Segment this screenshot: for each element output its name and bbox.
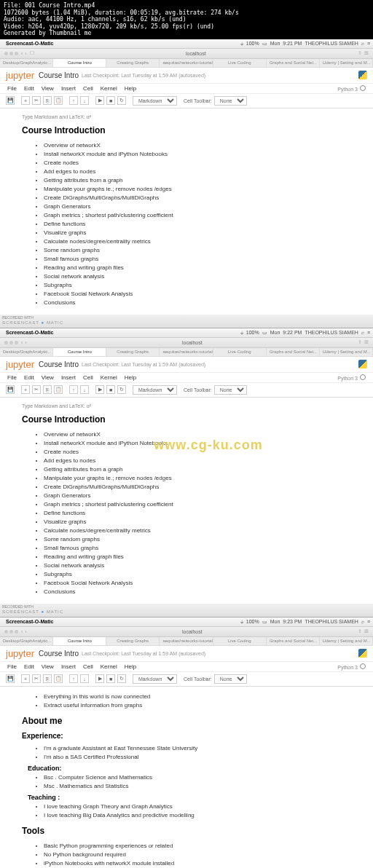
stop-button[interactable]: ■ (106, 96, 115, 105)
menu-insert[interactable]: Insert (61, 85, 76, 92)
experience-heading: Experience: (22, 732, 351, 740)
course-heading: Course Introduction (22, 125, 351, 135)
course-list: Overview of networkXInstall networkX mod… (44, 141, 351, 307)
list-item: Social network analysis (44, 561, 351, 570)
list-item: I love teaching Graph Theory and Graph A… (44, 802, 351, 811)
jupyter-logo[interactable]: jupyter (6, 70, 34, 81)
list-item: Conclusions (44, 299, 351, 307)
python-logo-icon (358, 71, 367, 79)
list-item: Visualize graphs (44, 518, 351, 526)
tab-7[interactable]: Udemy | Setting and M... (320, 59, 373, 67)
macos-menubar: Screencast-O-Matic ⏚ 100% ▭ Mon 9:21 PM … (0, 39, 373, 49)
tab-2[interactable]: Course Intro (53, 59, 106, 67)
tab-3[interactable]: Creating Graphs (106, 59, 160, 67)
list-item: I'm also a SAS Certified Professional (44, 753, 351, 762)
move-up-button[interactable]: ↑ (69, 96, 78, 105)
list-item: Subgraphs (44, 281, 351, 290)
menu-cell[interactable]: Cell (83, 85, 93, 92)
list-item: Getting attributes from a graph (44, 176, 351, 185)
forward-icon[interactable]: › (25, 51, 26, 56)
audio-info: Audio: aac, 44100 Hz, 1 channels, s16, 6… (4, 16, 369, 23)
move-down-button[interactable]: ↓ (80, 96, 89, 105)
tab-1[interactable]: Desktop/GraphAnalytic... (0, 59, 53, 67)
list-item: Calculate nodes/degree/centrality metric… (44, 526, 351, 535)
markdown-prompt: Type Markdown and LaTeX: α² (22, 114, 351, 119)
menu-kernel[interactable]: Kernel (101, 85, 117, 92)
list-item: Some random graphs (44, 535, 351, 544)
list-item: Install networkX module and iPython Note… (44, 439, 351, 448)
time: 9:21 PM (283, 41, 302, 46)
list-item: Overview of networkX (44, 430, 351, 439)
window-traffic-lights[interactable] (4, 52, 18, 55)
jupyter-header: jupyter Course Intro Last Checkpoint: La… (0, 68, 373, 84)
tab-6[interactable]: Graphs and Social Net... (267, 59, 320, 67)
jupyter-menubar: File Edit View Insert Cell Kernel Help P… (0, 84, 373, 94)
list-item: Conclusions (44, 588, 351, 596)
cut-button[interactable]: ✂ (32, 96, 41, 105)
list-item: Basic Python programming experiences or … (44, 842, 351, 851)
menu-view[interactable]: View (42, 85, 54, 92)
notebook-title[interactable]: Course Intro (39, 71, 79, 79)
list-item: Define functions (44, 509, 351, 518)
list-item: Manipulate your graphs ie.; remove nodes… (44, 474, 351, 483)
tab-4[interactable]: aequitas/networkx-tutorial (160, 59, 213, 67)
save-button[interactable]: 💾 (6, 96, 15, 105)
list-item: Graph Generators (44, 492, 351, 500)
celltoolbar-label: Cell Toolbar: (184, 98, 212, 103)
add-cell-button[interactable]: + (21, 96, 30, 105)
app-title: Screencast-O-Matic (6, 41, 240, 46)
list-item: Some random graphs (44, 246, 351, 255)
list-item: Facebook Social Network Analysis (44, 579, 351, 588)
tab-5[interactable]: Live Coding (213, 59, 267, 67)
thumbnail-3: Screencast-O-Matic⏚100%▭Mon9:23 PMTHEOPH… (0, 618, 373, 868)
share-icon[interactable]: ⇧ (358, 50, 362, 56)
battery-pct: 100% (246, 41, 259, 46)
gen-info: Generated by Thumbnail me (4, 30, 369, 37)
list-item: Small famous graphs (44, 544, 351, 553)
screencast-watermark: RECORDED WITH SCREENCAST ● MATIC (0, 315, 373, 328)
terminal-header: File: 001 Course Intro.mp4 1072600 bytes… (0, 0, 373, 39)
list-item: Install networkX module and iPython Note… (44, 150, 351, 159)
menu-file[interactable]: File (7, 85, 17, 92)
kernel-status-icon (360, 85, 366, 91)
list-item: Msc . Mathematics and Statistics (44, 782, 351, 791)
list-item: Overview of networkX (44, 141, 351, 150)
search-icon[interactable]: ⌕ (361, 41, 364, 46)
list-item: Manipulate your graphs ie.; remove nodes… (44, 185, 351, 194)
about-heading: About me (22, 716, 351, 726)
list-item: Graph Generators (44, 202, 351, 211)
tools-heading: Tools (22, 826, 351, 836)
back-icon[interactable]: ‹ (21, 51, 23, 56)
celltype-select[interactable]: Markdown (133, 96, 177, 106)
battery-icon[interactable]: ▭ (262, 41, 267, 47)
restart-button[interactable]: ↻ (117, 96, 126, 105)
list-item: Everything in this world is now connecte… (44, 693, 351, 701)
celltoolbar-select[interactable]: None (214, 96, 247, 106)
list-item: Visualize graphs (44, 229, 351, 237)
menu-help[interactable]: Help (125, 85, 136, 92)
education-heading: Education: (28, 765, 351, 772)
list-item: Graph metrics ; shortest path/clustering… (44, 500, 351, 509)
paste-button[interactable]: 📋 (54, 96, 63, 105)
list-item: Create nodes (44, 159, 351, 167)
wifi-icon[interactable]: ⏚ (240, 41, 243, 46)
list-item: Add edges to nodes (44, 457, 351, 465)
list-item: No Python background required (44, 851, 351, 859)
list-item: Add edges to nodes (44, 167, 351, 176)
bytes-info: 1072600 bytes (1.04 MiB), duration: 00:0… (4, 9, 369, 17)
url-field[interactable]: localhost (37, 51, 355, 56)
list-item: I'm a graduate Assistant at East Tenness… (44, 744, 351, 753)
copy-button[interactable]: ⎘ (43, 96, 52, 105)
list-item: iPython Notebooks with networkX module i… (44, 859, 351, 868)
sidebar-icon[interactable]: ☐ (30, 50, 34, 56)
menu-edit[interactable]: Edit (24, 85, 34, 92)
tabs-icon[interactable]: ⊞ (364, 50, 369, 56)
thumbnail-1: Screencast-O-Matic ⏚ 100% ▭ Mon 9:21 PM … (0, 39, 373, 328)
list-item: Reading and writing graph files (44, 553, 351, 561)
menu-icon[interactable]: ≡ (367, 41, 370, 46)
checkpoint-text: Last Checkpoint: Last Tuesday at 1:59 AM… (82, 73, 205, 78)
list-item: Create DiGraphs/MultiGraphs/MultiDiGraph… (44, 483, 351, 492)
notebook-body[interactable]: Type Markdown and LaTeX: α² Course Intro… (0, 108, 373, 315)
run-button[interactable]: ▶ (95, 96, 104, 105)
jupyter-toolbar: 💾 + ✂ ⎘ 📋 ↑ ↓ ▶ ■ ↻ Markdown Cell Toolba… (0, 94, 373, 108)
